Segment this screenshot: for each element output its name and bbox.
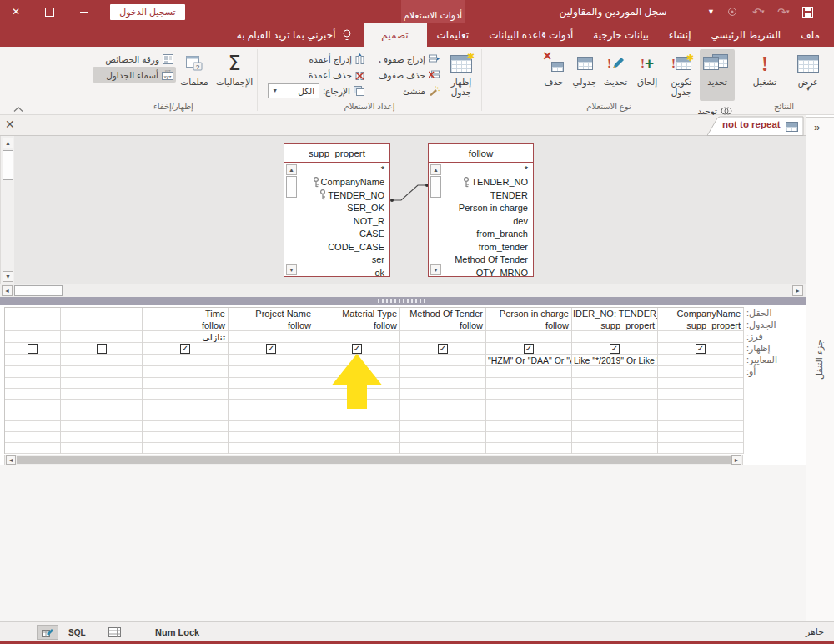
- grid-cell-show[interactable]: ✓: [400, 343, 485, 355]
- checkbox-checked-icon[interactable]: ✓: [524, 344, 534, 354]
- join-line[interactable]: [0, 136, 806, 284]
- grid-cell-empty[interactable]: [229, 389, 314, 400]
- grid-cell-sort[interactable]: تنازلي: [143, 331, 228, 343]
- redo-icon[interactable]: ↷▾: [777, 5, 789, 18]
- grid-cell-table[interactable]: supp_propert: [572, 319, 657, 331]
- grid-cell-empty[interactable]: [143, 443, 228, 454]
- qat-customize-icon[interactable]: ▼: [707, 5, 715, 18]
- builder-button[interactable]: منشئ: [367, 83, 442, 98]
- field-list-item[interactable]: SER_OK: [284, 202, 384, 215]
- field-list-item[interactable]: CODE_CASE: [284, 240, 384, 254]
- grid-cell-show[interactable]: ✓: [229, 343, 314, 355]
- return-dropdown[interactable]: الكل ▼: [268, 83, 319, 98]
- checkbox-checked-icon[interactable]: ✓: [352, 344, 362, 354]
- object-tab-query[interactable]: not to repeat: [706, 116, 804, 136]
- grid-cell-or[interactable]: [658, 366, 743, 378]
- field-list-item[interactable]: *: [429, 163, 528, 176]
- diagram-hscrollbar[interactable]: ◄ ►: [0, 284, 806, 297]
- vscroll-thumb[interactable]: [430, 176, 441, 198]
- field-list-item[interactable]: *: [284, 163, 384, 176]
- touch-mode-icon[interactable]: [727, 5, 738, 18]
- make-table-button[interactable]: ✱! تكوين جدول: [663, 49, 700, 101]
- expand-nav-pane-icon[interactable]: «: [814, 121, 820, 133]
- scroll-left-icon[interactable]: ◄: [2, 285, 13, 296]
- grid-cell-or[interactable]: [572, 366, 657, 378]
- field-list-item[interactable]: CASE: [284, 228, 384, 241]
- grid-cell-sort[interactable]: [314, 331, 399, 343]
- grid-cell-sort[interactable]: [400, 331, 485, 343]
- select-query-button[interactable]: تحديد: [700, 49, 735, 101]
- field-list-item[interactable]: TENDER_NO: [429, 176, 528, 189]
- delete-rows-button[interactable]: حذف صفوف: [367, 67, 442, 83]
- insert-columns-button[interactable]: إدراج أعمدة: [260, 51, 367, 67]
- grid-cell-empty[interactable]: [658, 432, 743, 443]
- grid-cell-or[interactable]: [229, 366, 314, 378]
- grid-cell-field[interactable]: IDER_NO: TENDER_NO: [572, 308, 657, 319]
- checkbox-checked-icon[interactable]: ✓: [266, 344, 276, 354]
- field-list-item[interactable]: Person in charge: [429, 202, 528, 215]
- grid-cell-table[interactable]: follow: [229, 319, 314, 331]
- grid-cell-empty[interactable]: [400, 389, 485, 400]
- checkbox-checked-icon[interactable]: ✓: [696, 344, 706, 354]
- grid-cell-empty[interactable]: [658, 400, 743, 410]
- grid-cell-empty[interactable]: [5, 432, 60, 443]
- grid-cell-sort[interactable]: [572, 331, 657, 343]
- menu-tab[interactable]: الشريط الرئيسي: [701, 23, 791, 47]
- grid-cell-empty[interactable]: [486, 421, 571, 432]
- scroll-down-icon[interactable]: ▼: [286, 264, 297, 275]
- checkbox-checked-icon[interactable]: ✓: [180, 344, 190, 354]
- field-list-item[interactable]: QTY_MRNO: [429, 266, 528, 277]
- grid-cell-sort[interactable]: [486, 331, 571, 343]
- field-list-item[interactable]: dev: [429, 214, 528, 228]
- scroll-down-icon[interactable]: ▼: [430, 264, 441, 275]
- grid-cell-or[interactable]: [400, 366, 485, 378]
- menu-tab[interactable]: بيانات خارجية: [583, 23, 659, 47]
- update-button[interactable]: ! تحديث: [600, 49, 631, 101]
- grid-hscrollbar[interactable]: ◄ ►: [4, 455, 743, 465]
- field-list-item[interactable]: from_tender: [429, 240, 528, 254]
- grid-cell-criteria[interactable]: [5, 355, 60, 366]
- grid-cell-empty[interactable]: [314, 421, 399, 432]
- grid-cell-empty[interactable]: [229, 421, 314, 432]
- grid-cell-show[interactable]: ✓: [486, 343, 571, 355]
- hscroll-thumb[interactable]: [17, 456, 731, 464]
- grid-cell-empty[interactable]: [486, 378, 571, 389]
- scroll-left-icon[interactable]: ◄: [6, 455, 16, 465]
- totals-button[interactable]: Σ الإجماليات: [213, 49, 256, 101]
- grid-cell-empty[interactable]: [486, 443, 571, 454]
- grid-cell-empty[interactable]: [572, 378, 657, 389]
- table-names-button[interactable]: xyzxyz أسماء الجداول: [93, 67, 176, 83]
- scroll-up-icon[interactable]: ▲: [286, 164, 297, 175]
- grid-cell-empty[interactable]: [400, 378, 485, 389]
- navigation-pane-collapsed[interactable]: « جزء التنقل: [806, 117, 834, 621]
- grid-cell-criteria[interactable]: "HZM" Or "DAA" Or "AH: [486, 355, 571, 366]
- grid-cell-empty[interactable]: [5, 443, 60, 454]
- grid-cell-empty[interactable]: [658, 421, 743, 432]
- field-list-item[interactable]: TENDER_NO: [284, 189, 384, 202]
- field-list-title[interactable]: follow: [429, 144, 533, 163]
- grid-cell-empty[interactable]: [400, 432, 485, 443]
- grid-cell-empty[interactable]: [572, 421, 657, 432]
- grid-cell-empty[interactable]: [61, 378, 142, 389]
- grid-cell-criteria[interactable]: [658, 355, 743, 366]
- grid-cell-criteria[interactable]: [61, 355, 142, 366]
- grid-cell-empty[interactable]: [572, 400, 657, 410]
- grid-cell-criteria[interactable]: [400, 355, 485, 366]
- grid-cell-empty[interactable]: [658, 410, 743, 421]
- grid-cell-empty[interactable]: [143, 432, 228, 443]
- field-list-item[interactable]: from_branch: [429, 228, 528, 241]
- field-list-item[interactable]: NOT_R: [284, 214, 384, 228]
- show-table-button[interactable]: ✱ إظهار جدول: [442, 49, 480, 101]
- grid-cell-or[interactable]: [143, 366, 228, 378]
- sql-view-button[interactable]: SQL: [68, 628, 86, 637]
- grid-cell-empty[interactable]: [572, 410, 657, 421]
- grid-cell-show[interactable]: ✓: [143, 343, 228, 355]
- grid-cell-field[interactable]: Method Of Tender: [400, 308, 485, 319]
- grid-cell-empty[interactable]: [5, 400, 60, 410]
- grid-cell-empty[interactable]: [143, 400, 228, 410]
- vscroll-thumb[interactable]: [286, 176, 297, 198]
- grid-cell-empty[interactable]: [143, 410, 228, 421]
- close-object-icon[interactable]: ✕: [5, 118, 15, 130]
- insert-rows-button[interactable]: إدراج صفوف: [367, 51, 442, 67]
- grid-cell-empty[interactable]: [143, 378, 228, 389]
